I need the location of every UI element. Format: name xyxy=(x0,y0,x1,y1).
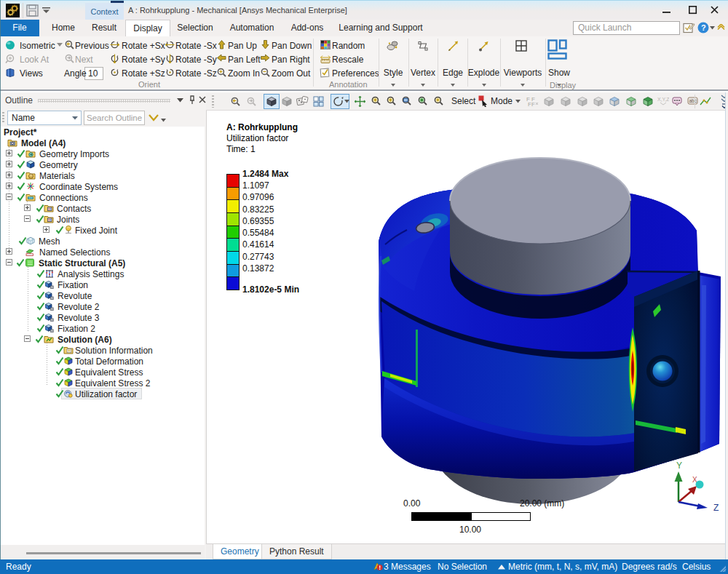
svg-text:FF: FF xyxy=(528,101,535,107)
svg-text:Y: Y xyxy=(676,461,682,471)
svg-text:Z: Z xyxy=(713,503,719,513)
svg-text:abc: abc xyxy=(689,98,697,103)
svg-text:?: ? xyxy=(701,23,706,32)
svg-text:X,Y,Z: X,Y,Z xyxy=(657,97,669,102)
